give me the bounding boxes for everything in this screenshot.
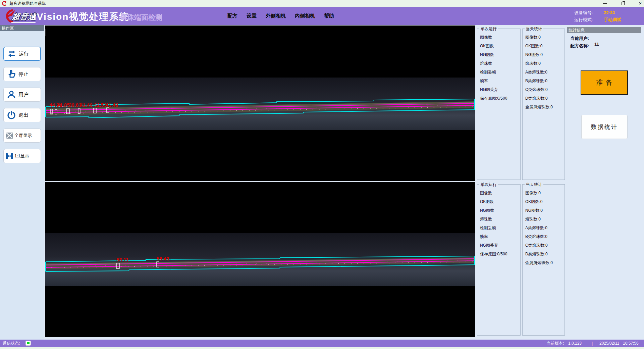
stat-row: OK图数 bbox=[477, 197, 520, 206]
current-user-row: 当前用户: bbox=[570, 36, 589, 42]
stat-row: NG图数:0 bbox=[523, 50, 565, 59]
stat-row: 帧率 bbox=[477, 232, 520, 241]
measurement-label: 56.43 bbox=[157, 256, 169, 261]
stat-row: OK图数:0 bbox=[523, 42, 565, 50]
user-icon bbox=[7, 90, 16, 99]
run-button[interactable]: 运行 bbox=[3, 47, 41, 61]
camera-view-top[interactable]: 44.34 41.85 39.83 41.49 31.53 41.49 bbox=[45, 26, 475, 181]
menu-outer-camera[interactable]: 外侧相机 bbox=[266, 13, 286, 19]
recipe-name-value: 11 bbox=[594, 42, 599, 47]
menu-recipe[interactable]: 配方 bbox=[227, 13, 237, 19]
ready-button[interactable]: 准备 bbox=[581, 70, 628, 95]
window-titlebar: 超音速视觉处理系统 × bbox=[0, 0, 644, 7]
stat-row: C类熔珠数:0 bbox=[523, 241, 565, 250]
stat-row: NG图数 bbox=[477, 206, 520, 215]
device-info: 设备编号: 22-33 运行模式: 手动调试 bbox=[574, 9, 621, 23]
menu-inner-camera[interactable]: 内侧相机 bbox=[295, 13, 315, 19]
single-run-group-bottom: 单次运行 图像数 OK图数 NG图数 熔珠数 检测丢帧 帧率 NG图丢弃 保存原… bbox=[477, 184, 521, 336]
run-button-label: 运行 bbox=[19, 51, 29, 57]
brand-logo-text: 超音速 bbox=[11, 11, 37, 23]
stat-row: OK图数 bbox=[477, 42, 520, 50]
app-header: 超音速 IVision视觉处理系统 熔珠端面检测 配方 设置 外侧相机 内侧相机… bbox=[0, 7, 644, 25]
run-mode-value: 手动调试 bbox=[604, 16, 621, 23]
stat-row: 检测丢帧 bbox=[477, 223, 520, 232]
fullscreen-button-label: 全屏显示 bbox=[14, 133, 32, 139]
exit-button[interactable]: 退出 bbox=[3, 108, 41, 122]
stat-row: D类熔珠数:0 bbox=[523, 250, 565, 258]
stat-row: 图像数:0 bbox=[523, 189, 565, 197]
comm-status-indicator bbox=[25, 341, 31, 346]
stat-row: 金属屑熔珠数:0 bbox=[523, 258, 565, 267]
device-number-value: 22-33 bbox=[604, 9, 615, 16]
group-title: 当天统计 bbox=[525, 26, 543, 32]
stat-row: 熔珠数:0 bbox=[523, 215, 565, 223]
stat-row: 检测丢帧 bbox=[477, 68, 520, 77]
version-label: 当前版本: bbox=[547, 340, 564, 347]
user-button-label: 用户 bbox=[18, 92, 29, 98]
comm-status-label: 通信状态: bbox=[3, 340, 20, 347]
run-arrows-icon bbox=[7, 49, 16, 58]
menu-settings[interactable]: 设置 bbox=[247, 13, 257, 19]
main-window: 超音速视觉处理系统 × 超音速 IVision视觉处理系统 熔珠端面检测 配方 … bbox=[0, 0, 644, 349]
run-mode-label: 运行模式: bbox=[574, 16, 604, 23]
stat-row: D类熔珠数:0 bbox=[523, 94, 565, 103]
stat-row: 图像数:0 bbox=[523, 33, 565, 42]
measurement-label: 41.85 bbox=[57, 102, 70, 108]
device-number-label: 设备编号: bbox=[574, 9, 604, 16]
hand-stop-icon bbox=[7, 70, 16, 79]
stat-row: 保存原图:0/500 bbox=[477, 250, 520, 258]
user-button[interactable]: 用户 bbox=[3, 88, 41, 102]
sidebar-title: 操作区 bbox=[0, 25, 44, 31]
close-button[interactable]: × bbox=[635, 0, 644, 7]
stat-row: 金属屑熔珠数:0 bbox=[523, 103, 565, 111]
group-title: 当天统计 bbox=[525, 182, 543, 188]
version-value: 1.0.123 bbox=[568, 340, 582, 347]
stat-row: 图像数 bbox=[477, 33, 520, 42]
measurement-label: 53.11 bbox=[116, 257, 129, 262]
stat-row: NG图数 bbox=[477, 50, 520, 59]
stat-row: NG图丢弃 bbox=[477, 85, 520, 94]
stat-row: 图像数 bbox=[477, 189, 520, 197]
minimize-button[interactable] bbox=[599, 0, 610, 7]
stop-button-label: 停止 bbox=[18, 71, 29, 78]
exit-button-label: 退出 bbox=[18, 112, 29, 118]
stat-row: NG图丢弃 bbox=[477, 241, 520, 250]
status-date: 2025/02/11 bbox=[599, 340, 619, 347]
stat-row: 帧率 bbox=[477, 77, 520, 85]
restore-button[interactable] bbox=[617, 0, 629, 7]
group-title: 单次运行 bbox=[479, 26, 498, 32]
stat-row: 保存原图:0/500 bbox=[477, 94, 520, 103]
window-bottom-edge bbox=[0, 347, 644, 349]
stat-row: 熔珠数:0 bbox=[523, 59, 565, 68]
stop-button[interactable]: 停止 bbox=[3, 67, 41, 81]
app-title: IVision视觉处理系统 bbox=[34, 10, 129, 23]
stat-row: 熔珠数 bbox=[477, 59, 520, 68]
recipe-name-row: 配方名称: 11 bbox=[570, 43, 589, 49]
group-title: 单次运行 bbox=[479, 182, 498, 188]
stat-row: A类熔珠数:0 bbox=[523, 68, 565, 77]
one-to-one-icon bbox=[5, 152, 13, 160]
measurement-label: 41.49 bbox=[80, 102, 93, 108]
daily-stats-group-top: 当天统计 图像数:0 OK图数:0 NG图数:0 熔珠数:0 A类熔珠数:0 B… bbox=[522, 29, 565, 180]
stat-row: A类熔珠数:0 bbox=[523, 223, 565, 232]
data-statistics-button[interactable]: 数据统计 bbox=[581, 115, 628, 139]
camera-view-bottom[interactable]: 53.11 56.43 bbox=[45, 182, 475, 337]
fullscreen-button[interactable]: 全屏显示 bbox=[3, 129, 41, 143]
daily-stats-group-bottom: 当天统计 图像数:0 OK图数:0 NG图数:0 熔珠数:0 A类熔珠数:0 B… bbox=[522, 184, 565, 336]
statistics-info-title: 统计信息 bbox=[567, 27, 641, 33]
recipe-name-label: 配方名称: bbox=[570, 43, 589, 48]
app-logo-icon bbox=[2, 1, 7, 6]
current-user-label: 当前用户: bbox=[570, 36, 589, 41]
measurement-label: 31.53 bbox=[94, 102, 107, 108]
power-icon bbox=[7, 111, 16, 119]
stat-row: B类熔珠数:0 bbox=[523, 232, 565, 241]
window-title: 超音速视觉处理系统 bbox=[9, 0, 46, 7]
status-bar: 通信状态: 当前版本: 1.0.123 | 2025/02/11 16:57:5… bbox=[0, 340, 644, 347]
fullscreen-icon bbox=[5, 132, 13, 140]
one-to-one-button[interactable]: 1:1显示 bbox=[3, 149, 41, 163]
measurement-label: 41.49 bbox=[106, 102, 118, 108]
menu-help[interactable]: 帮助 bbox=[324, 13, 334, 19]
stat-row: C类熔珠数:0 bbox=[523, 85, 565, 94]
app-subtitle: 熔珠端面检测 bbox=[120, 13, 162, 22]
single-run-group-top: 单次运行 图像数 OK图数 NG图数 熔珠数 检测丢帧 帧率 NG图丢弃 保存原… bbox=[477, 29, 521, 180]
